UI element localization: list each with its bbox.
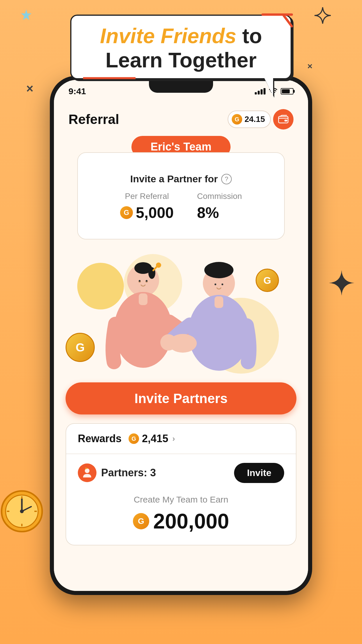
coin-icon: G [232, 114, 242, 125]
phone-frame: 9:41 [50, 76, 312, 595]
team-card-inner: Invite a Partner for ? Per Referral G 5,… [78, 164, 284, 230]
screen-content[interactable]: Referral G 24.15 [54, 100, 308, 591]
rewards-chevron: › [172, 434, 175, 443]
svg-point-26 [169, 334, 197, 353]
illustration-area: G G [66, 245, 296, 379]
title-line2: Learn Together [83, 48, 279, 72]
svg-point-21 [215, 284, 216, 285]
invite-small-button[interactable]: Invite [234, 463, 284, 483]
wallet-button[interactable] [273, 109, 294, 130]
phone-screen: 9:41 [54, 80, 308, 591]
commission-label: Commission [197, 192, 242, 201]
svg-point-22 [222, 284, 223, 285]
info-icon[interactable]: ? [221, 174, 232, 184]
header-right: G 24.15 [228, 109, 294, 130]
commission-stat: Commission 8% [197, 192, 242, 221]
app-header: Referral G 24.15 [54, 100, 308, 135]
battery-icon [281, 88, 294, 94]
invite-button-label: Invite Partners [134, 391, 228, 406]
title-line1: Invite Friends to [83, 24, 279, 48]
rewards-section: Rewards G 2,415 › [66, 423, 296, 545]
team-name: Eric's Team [151, 141, 212, 153]
partners-icon [78, 463, 96, 482]
svg-point-15 [146, 280, 147, 282]
status-time: 9:41 [68, 84, 86, 96]
clock-decoration [0, 489, 44, 533]
create-team-amount: G 200,000 [78, 509, 284, 533]
per-referral-value: G 5,000 [120, 204, 174, 221]
team-card: Invite a Partner for ? Per Referral G 5,… [77, 152, 285, 239]
stats-row: Per Referral G 5,000 Commission 8% [89, 192, 273, 221]
signal-icon [255, 88, 266, 94]
svg-point-14 [139, 280, 140, 282]
commission-value: 8% [197, 204, 242, 221]
create-coin-icon: G [133, 513, 149, 529]
svg-point-32 [20, 510, 24, 513]
illustration-figures [88, 257, 274, 379]
svg-point-29 [6, 495, 38, 527]
title-bubble: Invite Friends to Learn Together [70, 15, 292, 79]
balance-amount: 24.15 [245, 115, 265, 124]
per-referral-label: Per Referral [120, 192, 174, 201]
svg-rect-17 [139, 293, 147, 305]
rewards-header[interactable]: Rewards G 2,415 › [66, 424, 296, 454]
partners-row: Partners: 3 Invite [66, 454, 296, 492]
create-team-label: Create My Team to Earn [78, 495, 284, 505]
app-title: Referral [68, 111, 119, 127]
team-card-wrapper: Eric's Team Invite a Partner for ? Per R… [66, 144, 296, 239]
invite-label: Invite a Partner for ? [89, 173, 273, 185]
svg-point-11 [156, 262, 161, 268]
partners-left: Partners: 3 [78, 463, 156, 482]
svg-point-28 [1, 491, 42, 531]
create-team: Create My Team to Earn G 200,000 [66, 492, 296, 545]
coin-balance: G 24.15 [228, 111, 271, 128]
rewards-coin-icon: G [129, 433, 139, 444]
rewards-amount: G 2,415 › [129, 433, 175, 445]
svg-rect-5 [279, 116, 288, 123]
invite-partners-button[interactable]: Invite Partners [66, 382, 296, 414]
svg-marker-0 [21, 9, 31, 20]
svg-point-20 [204, 262, 233, 278]
partners-label: Partners: 3 [101, 467, 156, 479]
svg-line-2 [283, 15, 292, 26]
notch [149, 80, 213, 93]
svg-rect-6 [284, 120, 287, 121]
per-referral-stat: Per Referral G 5,000 [120, 192, 174, 221]
referral-coin-icon: G [120, 206, 133, 219]
svg-rect-24 [215, 296, 223, 308]
svg-line-31 [22, 507, 31, 511]
rewards-label: Rewards [78, 433, 122, 445]
invite-small-label: Invite [247, 468, 271, 478]
wallet-icon [278, 115, 289, 124]
